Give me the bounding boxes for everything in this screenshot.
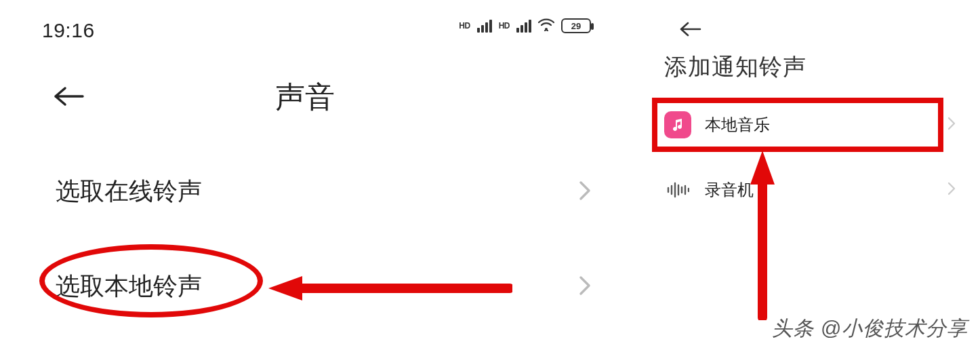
status-time: 19:16: [42, 19, 95, 42]
online-ringtone-row[interactable]: 选取在线铃声: [56, 175, 591, 208]
waveform-icon: [664, 176, 691, 204]
svg-marker-11: [750, 151, 775, 185]
watermark: 头条 @小俊技术分享: [772, 315, 968, 343]
annotation-box: [652, 98, 943, 152]
hd-indicator-2: HD: [499, 21, 510, 31]
recorder-label: 录音机: [705, 179, 947, 201]
annotation-ellipse: [39, 244, 263, 317]
svg-point-0: [545, 28, 548, 31]
nav-bar: 声音: [0, 73, 610, 121]
page-title: 添加通知铃声: [664, 52, 807, 83]
hd-indicator-1: HD: [459, 21, 470, 31]
annotation-arrow-up: [749, 151, 776, 323]
battery-level: 29: [571, 21, 581, 31]
back-button[interactable]: [679, 20, 702, 41]
battery-icon: 29: [561, 18, 591, 33]
chevron-right-icon: [579, 275, 591, 298]
wifi-icon: [538, 18, 554, 34]
signal-icon-1: [477, 19, 492, 33]
page-title: 声音: [0, 77, 610, 117]
online-ringtone-label: 选取在线铃声: [56, 175, 202, 208]
signal-icon-2: [516, 19, 531, 33]
svg-marker-2: [268, 276, 302, 301]
annotation-arrow-left: [268, 275, 512, 305]
status-bar: 19:16 HD HD 29: [0, 14, 610, 46]
chevron-right-icon: [947, 117, 956, 133]
status-icons: HD HD 29: [459, 18, 591, 34]
add-notification-ringtone-screen: 添加通知铃声 本地音乐: [644, 3, 969, 345]
chevron-right-icon: [579, 180, 591, 204]
recorder-row[interactable]: 录音机: [664, 176, 956, 204]
chevron-right-icon: [947, 182, 956, 198]
sound-settings-screen: 19:16 HD HD 29: [0, 0, 610, 348]
